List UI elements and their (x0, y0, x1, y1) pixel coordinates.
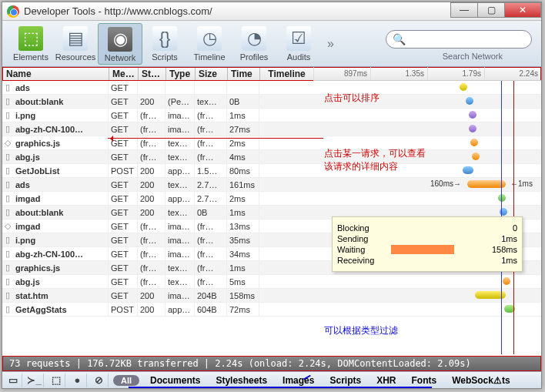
devtools-window: Developer Tools - http://www.cnblogs.com… (2, 2, 542, 389)
footer-bar: ▭ ≻_ ⬚ ● ⊘ All Documents Stylesheets Ima… (2, 371, 541, 388)
timing-bar (463, 166, 473, 174)
cell-method: GET (109, 109, 138, 122)
file-icon: ▯ (2, 110, 13, 120)
tab-resources[interactable]: ▤Resources (53, 23, 98, 65)
file-icon: ▯ (2, 96, 13, 106)
table-row[interactable]: ▯ about:blank GET 200 (Pe… tex… 0B (2, 95, 541, 109)
cell-time: 1ms (227, 261, 259, 275)
file-icon: ▯ (2, 82, 13, 92)
cell-status (138, 81, 166, 95)
elements-icon: ⬚ (18, 26, 43, 51)
cell-timeline (313, 303, 541, 317)
tab-timeline[interactable]: ◷Timeline (187, 23, 232, 65)
file-icon: ▯ (2, 276, 13, 286)
filter-xhr[interactable]: XHR (376, 375, 396, 386)
filter-stylesheets[interactable]: Stylesheets (216, 375, 267, 386)
cell-size: 2.7… (195, 192, 227, 206)
table-row[interactable]: ▯ abg.js GET (fr… tex… (fr… 5ms (2, 275, 541, 289)
timing-bar (469, 111, 476, 119)
cell-timeline (313, 109, 541, 122)
cell-method: GET (109, 233, 138, 247)
timing-bar (498, 194, 506, 202)
cell-method: GET (109, 261, 138, 275)
cell-time (227, 81, 259, 95)
search-input[interactable] (410, 34, 518, 45)
table-row[interactable]: ▯ ads GET (2, 81, 541, 95)
file-icon: ◇ (2, 138, 13, 148)
table-row[interactable]: ▯ abg.js GET (fr… tex… (fr… 4ms (2, 150, 541, 164)
arrow-detail (108, 138, 323, 139)
cell-name: about:blank (13, 95, 109, 109)
cell-type: ima… (166, 122, 195, 136)
timing-bar (503, 277, 510, 285)
filter-websockets[interactable]: WebSock⚠ts (452, 375, 510, 386)
tab-profiles[interactable]: ◔Profiles (232, 23, 276, 65)
cell-time: 27ms (227, 122, 259, 136)
chevron-right-icon[interactable]: » (327, 37, 334, 51)
table-row[interactable]: ▯ ads GET 200 tex… 2.7… 161ms 160ms→←1ms (2, 178, 541, 192)
cell-time: 80ms (227, 164, 259, 178)
cell-size: (fr… (195, 109, 227, 122)
cell-time: 35ms (227, 233, 259, 247)
cell-size: (fr… (195, 150, 227, 164)
cell-method: GET (109, 95, 138, 109)
table-row[interactable]: ▯ i.png GET (fr… ima… (fr… 1ms (2, 109, 541, 122)
cell-status: 200 (138, 178, 166, 192)
cell-name: i.png (13, 109, 109, 122)
cell-name: GetJobList (13, 164, 109, 178)
search-box[interactable]: 🔍 (386, 30, 532, 49)
table-row[interactable]: ▯ stat.htm GET 200 ima… 204B 158ms (2, 289, 541, 303)
cell-name: abg.js (13, 150, 109, 164)
profiles-icon: ◔ (242, 26, 266, 51)
filter-all[interactable]: All (113, 375, 139, 386)
col-status[interactable]: St… (139, 68, 166, 80)
cell-timeline (313, 150, 541, 164)
cell-method: GET (109, 122, 138, 136)
cell-type: tex… (166, 178, 195, 192)
col-time[interactable]: Time (228, 68, 260, 80)
col-timeline[interactable]: Timeline (260, 68, 314, 80)
cell-name: ads (13, 178, 109, 192)
cell-timeline (313, 275, 541, 289)
tab-audits[interactable]: ☑Audits (276, 23, 321, 65)
cell-name: GetAggStats (13, 303, 109, 317)
filter-documents[interactable]: Documents (150, 375, 200, 386)
tab-network[interactable]: ◉Network (98, 23, 142, 65)
filter-fonts[interactable]: Fonts (412, 375, 437, 386)
tab-elements[interactable]: ⬚Elements (8, 23, 53, 65)
cell-type: tex… (166, 150, 195, 164)
cell-timeline (313, 136, 541, 150)
status-bar: 73 requests | 176.72KB transferred | 2.2… (2, 356, 541, 371)
col-size[interactable]: Size (196, 68, 228, 80)
cell-type: tex… (166, 275, 195, 289)
close-button[interactable]: ✕ (504, 2, 541, 18)
console-button[interactable]: ≻_ (25, 374, 44, 387)
record-button[interactable]: ● (69, 374, 87, 387)
table-row[interactable]: ▯ imgad GET 200 app… 2.7… 2ms (2, 192, 541, 206)
timeline-ruler: 897ms 1.35s 1.79s 2.24s (313, 67, 541, 81)
cell-size: (fr… (195, 261, 227, 275)
cell-name: imgad (13, 219, 109, 233)
inspect-button[interactable]: ⬚ (47, 374, 65, 387)
minimize-button[interactable]: — (450, 2, 478, 18)
table-row[interactable]: ▯ GetAggStats POST 200 app… 604B 72ms (2, 303, 541, 317)
cell-type: ima… (166, 289, 195, 303)
dock-button[interactable]: ▭ (4, 374, 22, 387)
titlebar: Developer Tools - http://www.cnblogs.com… (2, 2, 541, 21)
table-row[interactable]: ▯ abg-zh-CN-100… GET (fr… ima… (fr… 27ms (2, 122, 541, 136)
col-method[interactable]: Me… (109, 68, 139, 80)
cell-timeline (313, 95, 541, 109)
cell-timeline: 160ms→←1ms (313, 178, 541, 192)
clear-button[interactable]: ⊘ (90, 374, 109, 387)
cell-size: (fr… (195, 122, 227, 136)
timing-tooltip: Blocking0 Sending1ms Waiting158ms Receiv… (332, 216, 523, 272)
tab-scripts[interactable]: {}Scripts (142, 23, 187, 65)
col-type[interactable]: Type (166, 68, 196, 80)
cell-method: GET (109, 275, 138, 289)
filter-scripts[interactable]: Scripts (329, 375, 361, 386)
cell-type: app… (166, 192, 195, 206)
col-name[interactable]: Name (3, 68, 109, 80)
cell-size: (fr… (195, 219, 227, 233)
table-row[interactable]: ▯ GetJobList POST 200 app… 1.5… 80ms (2, 164, 541, 178)
maximize-button[interactable]: ▢ (477, 2, 505, 18)
